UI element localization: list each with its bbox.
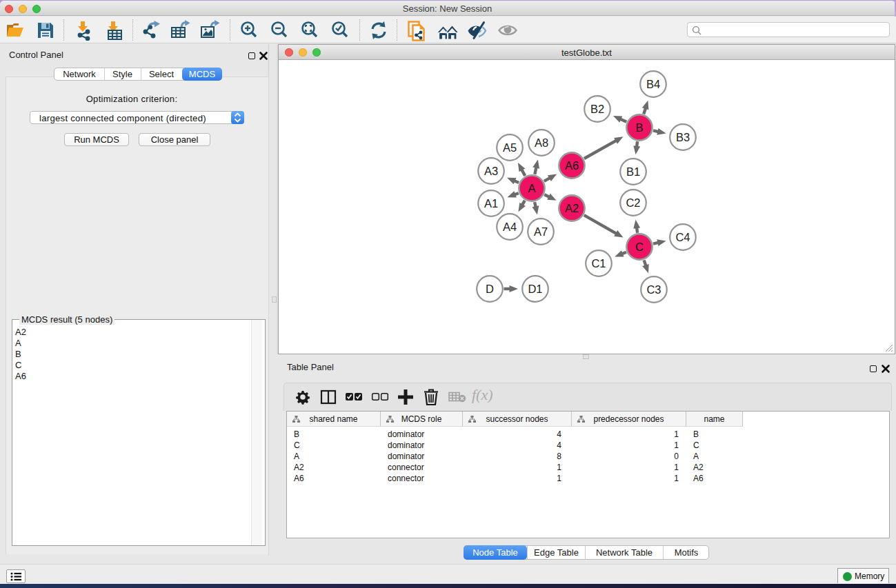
svg-text:A7: A7 [534, 225, 548, 238]
svg-text:B2: B2 [590, 103, 604, 115]
svg-text:C2: C2 [626, 196, 640, 209]
svg-text:B3: B3 [676, 131, 690, 143]
svg-text:C: C [635, 241, 644, 253]
svg-text:A3: A3 [484, 165, 498, 177]
svg-text:A5: A5 [503, 141, 517, 154]
svg-text:C4: C4 [675, 231, 690, 243]
svg-text:C3: C3 [646, 283, 661, 296]
svg-text:A4: A4 [503, 221, 517, 233]
svg-text:D1: D1 [528, 283, 542, 295]
svg-text:C1: C1 [591, 257, 606, 270]
svg-text:A: A [528, 182, 535, 194]
svg-text:A8: A8 [535, 136, 548, 149]
svg-text:A1: A1 [484, 197, 498, 210]
svg-text:A2: A2 [565, 202, 579, 214]
svg-text:B4: B4 [646, 78, 660, 90]
svg-text:B: B [635, 121, 643, 134]
svg-text:D: D [486, 283, 494, 295]
svg-text:A6: A6 [565, 159, 579, 172]
svg-text:B1: B1 [626, 165, 640, 178]
